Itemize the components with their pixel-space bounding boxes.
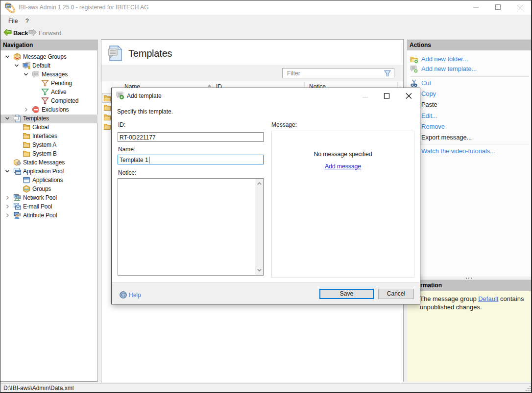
svg-text:?: ? — [122, 292, 125, 298]
